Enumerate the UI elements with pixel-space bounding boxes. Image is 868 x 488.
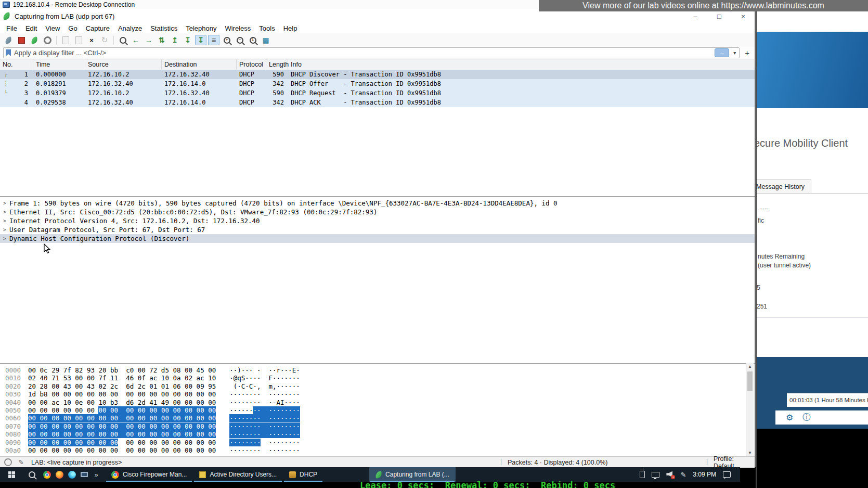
scroll-up-icon[interactable]: ▲ [746,364,754,369]
menu-item-tools[interactable]: Tools [255,24,279,32]
taskbar-button-active-directory-users[interactable]: Active Directory Users... [193,467,283,482]
open-file-icon[interactable] [60,35,71,45]
column-header-destination[interactable]: Destination [162,59,237,70]
hex-row[interactable]: 005000 00 00 00 00 00 00 00 00 00 00 00 … [5,406,755,414]
apply-filter-button[interactable]: → [715,48,729,57]
hex-scrollbar[interactable]: ▲ ▼ [746,363,754,456]
restart-capture-icon[interactable] [29,35,40,45]
detail-row[interactable]: >Dynamic Host Configuration Protocol (Di… [0,234,755,243]
packet-row[interactable]: 3└0.019379172.16.10.2172.16.32.40DHCP590… [0,88,755,98]
hex-row[interactable]: 00301d b8 00 00 00 00 00 00 00 00 00 00 … [5,390,755,398]
go-back-icon[interactable]: ← [130,35,141,45]
hex-row[interactable]: 001002 40 71 53 00 00 7f 11 46 0f ac 10 … [5,374,755,382]
scrollbar-thumb[interactable] [747,371,753,391]
close-capture-icon[interactable]: × [86,35,97,45]
menu-item-analyze[interactable]: Analyze [114,24,146,32]
hex-row[interactable]: 00a000 00 00 00 00 00 00 00 00 00 00 00 … [5,446,755,454]
taskbar-search-button[interactable] [23,471,41,478]
pinned-rdp-button[interactable] [78,472,90,477]
zoom-in-icon[interactable]: + [221,35,232,45]
column-header-no[interactable]: No. [0,59,33,70]
expander-icon[interactable]: > [0,236,9,241]
reload-icon[interactable]: ↻ [99,35,110,45]
detail-row[interactable]: >Ethernet II, Src: Cisco_00:72:d5 (20:bb… [0,208,755,216]
menu-item-view[interactable]: View [41,24,64,32]
taskbar-overflow-icon[interactable]: » [90,471,102,479]
go-to-top-icon[interactable]: ↥ [169,35,180,45]
zoom-out-icon[interactable]: − [234,35,245,45]
hex-ascii: (·C·C·, m,······ [229,382,300,390]
find-packet-icon[interactable] [117,35,128,45]
menu-item-telephony[interactable]: Telephony [182,24,221,32]
resize-columns-icon[interactable]: ▦ [260,35,271,45]
maximize-button[interactable]: □ [715,12,723,20]
settings-gear-icon[interactable]: ⚙ [786,413,793,422]
menu-item-file[interactable]: File [2,24,21,32]
volume-muted-icon[interactable]: × [666,471,673,478]
hex-row[interactable]: 007000 00 00 00 00 00 00 00 00 00 00 00 … [5,422,755,430]
tab-message-history[interactable]: Message History [756,179,811,194]
hex-row[interactable]: 000000 0c 29 7f 82 93 20 bb c0 00 72 d5 … [5,366,755,374]
pinned-edge-button[interactable] [66,471,78,479]
filter-dropdown-icon[interactable]: ▾ [732,50,737,56]
column-header-source[interactable]: Source [85,59,162,70]
add-filter-button[interactable]: + [743,48,752,57]
column-header-protocol[interactable]: Protocol [237,59,266,70]
network-icon[interactable] [652,472,659,478]
bookmark-icon[interactable] [6,49,11,56]
menu-item-go[interactable]: Go [64,24,81,32]
taskbar-button-cisco-firepower-man[interactable]: Cisco Firepower Man... [105,467,193,482]
notification-center-icon[interactable] [723,471,731,478]
wireshark-window-title: Capturing from LAB (udp port 67) [15,12,114,20]
menu-item-statistics[interactable]: Statistics [146,24,182,32]
stop-capture-icon[interactable] [16,35,27,45]
expander-icon[interactable]: > [0,227,9,233]
expander-icon[interactable]: > [0,200,9,206]
go-forward-icon[interactable]: → [143,35,154,45]
hex-row[interactable]: 008000 00 00 00 00 00 00 00 00 00 00 00 … [5,430,755,438]
capture-comment-icon[interactable]: ✎ [18,458,24,466]
capture-options-icon[interactable] [42,35,53,45]
detail-row[interactable]: >Internet Protocol Version 4, Src: 172.1… [0,216,755,225]
expert-info-icon[interactable] [4,458,12,466]
zoom-reset-icon[interactable]: 1 [247,35,258,45]
menu-item-capture[interactable]: Capture [82,24,114,32]
packet-row[interactable]: 40.029538172.16.32.40172.16.14.0DHCP342D… [0,98,755,107]
pen-icon[interactable]: ✎ [680,471,686,479]
column-header-time[interactable]: Time [33,59,85,70]
expander-icon[interactable]: > [0,218,9,224]
pinned-chrome-button[interactable] [41,471,53,479]
save-file-icon[interactable] [73,35,84,45]
hex-row[interactable]: 002020 28 00 43 00 43 02 2c 6d 2c 01 01 … [5,382,755,390]
taskbar-button-capturing-from-lab[interactable]: Capturing from LAB (... [369,467,456,482]
go-to-bottom-icon[interactable]: ↧ [182,35,193,45]
taskbar-clock[interactable]: 3:09 PM [693,471,716,478]
go-to-packet-icon[interactable]: ⇅ [156,35,167,45]
minimize-button[interactable]: – [691,12,699,20]
start-button[interactable] [0,467,23,482]
info-icon[interactable]: ⓘ [802,412,811,423]
start-capture-icon[interactable] [3,35,14,45]
hex-row[interactable]: 004000 00 ac 10 0e 00 10 b3 d6 2d 41 49 … [5,399,755,406]
expander-icon[interactable]: > [0,209,9,215]
packet-row[interactable]: 2┆0.018291172.16.32.40172.16.14.0DHCP342… [0,79,755,88]
usb-device-icon[interactable] [640,471,645,478]
hex-row[interactable]: 006000 00 00 00 00 00 00 00 00 00 00 00 … [5,414,755,422]
menu-item-edit[interactable]: Edit [21,24,41,32]
packet-row[interactable]: 1┌0.000000172.16.10.2172.16.32.40DHCP590… [0,70,755,79]
column-header-info[interactable]: Info [288,59,755,70]
hex-dump-pane[interactable]: 000000 0c 29 7f 82 93 20 bb c0 00 72 d5 … [0,363,755,456]
taskbar-button-dhcp[interactable]: DHCP [283,467,323,482]
detail-row[interactable]: >Frame 1: 590 bytes on wire (4720 bits),… [0,199,755,208]
display-filter-input[interactable]: Apply a display filter ... <Ctrl-/> → ▾ [3,47,740,58]
hex-ascii-selected: ········ ········ [229,430,300,438]
hex-row[interactable]: 009000 00 00 00 00 00 00 00 00 00 00 00 … [5,439,755,446]
menu-item-wireless[interactable]: Wireless [221,24,255,32]
pinned-firefox-button[interactable] [53,471,66,479]
close-button[interactable]: × [739,12,747,20]
menu-item-help[interactable]: Help [279,24,302,32]
detail-row[interactable]: >User Datagram Protocol, Src Port: 67, D… [0,225,755,234]
colorize-packets-icon[interactable]: ≡ [208,35,219,45]
column-header-length[interactable]: Length [266,59,288,70]
auto-scroll-icon[interactable]: ↧ [195,35,206,45]
